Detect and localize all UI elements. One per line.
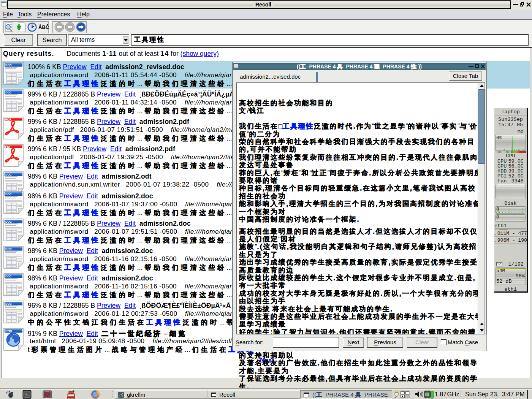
svg-text:PDF: PDF: [5, 145, 11, 149]
svg-text:DOC: DOC: [5, 302, 12, 306]
svg-text:DOC: DOC: [5, 220, 12, 223]
svg-text:DOC: DOC: [5, 63, 12, 67]
svg-text:DOC: DOC: [5, 247, 12, 251]
svg-text:HTML: HTML: [5, 330, 13, 332]
svg-text:>_: >_: [25, 393, 29, 397]
svg-text:DOC: DOC: [5, 275, 12, 278]
svg-text:DOC: DOC: [5, 173, 12, 176]
svg-text:DOC: DOC: [5, 91, 12, 94]
svg-text:DOC: DOC: [5, 193, 12, 196]
svg-text:PDF: PDF: [5, 118, 11, 121]
